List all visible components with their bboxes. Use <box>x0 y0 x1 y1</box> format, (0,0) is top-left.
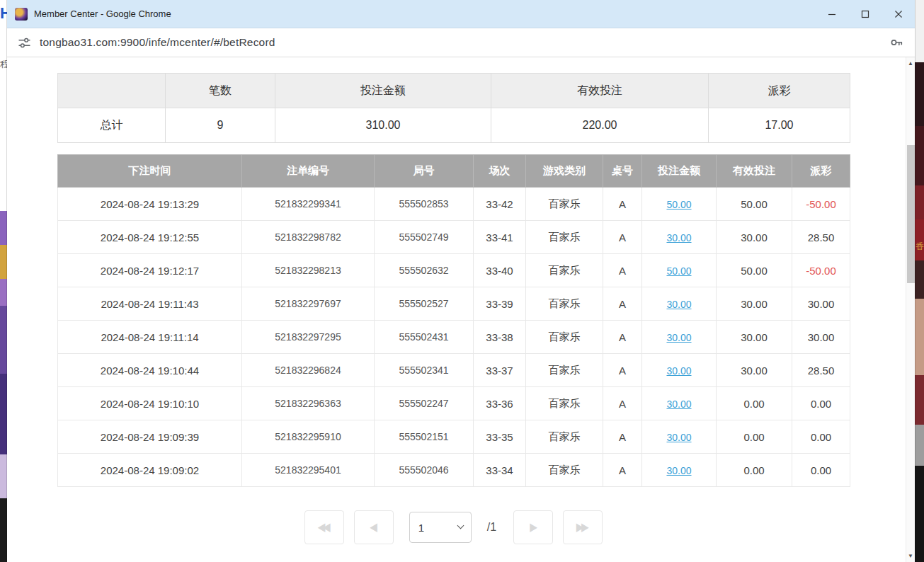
next-page-button[interactable]: ▶ <box>513 510 553 544</box>
bet-amount-link[interactable]: 50.00 <box>666 199 691 210</box>
maximize-button[interactable] <box>848 0 882 28</box>
bet-amount-cell: 50.00 <box>642 188 717 221</box>
order-no-cell: 521832295910 <box>242 420 375 454</box>
payout-cell: 0.00 <box>792 454 850 487</box>
bet-time-cell: 2024-08-24 19:12:55 <box>58 221 242 254</box>
session-cell: 33-39 <box>474 287 526 321</box>
table-no-cell: A <box>603 287 642 321</box>
close-icon <box>894 10 903 18</box>
valid-bet-cell: 30.00 <box>717 221 792 254</box>
summary-count-value: 9 <box>166 108 275 143</box>
game-type-cell: 百家乐 <box>526 188 603 221</box>
scrollbar-thumb[interactable] <box>907 145 915 283</box>
round-no-cell: 555502632 <box>375 254 474 287</box>
session-cell: 33-38 <box>474 321 526 354</box>
bet-amount-cell: 30.00 <box>642 287 717 321</box>
bet-time-cell: 2024-08-24 19:12:17 <box>58 254 242 287</box>
address-bar[interactable]: tongbao31.com:9900/infe/mcenter/#/betRec… <box>7 28 915 57</box>
bet-amount-link[interactable]: 30.00 <box>666 365 691 377</box>
payout-cell: 30.00 <box>792 287 850 321</box>
valid-bet-cell: 30.00 <box>717 321 792 354</box>
bet-amount-cell: 30.00 <box>642 354 717 387</box>
background-partial-letter: H <box>0 4 7 23</box>
round-no-cell: 555502853 <box>375 188 474 221</box>
right-arrow-icon: ▶ <box>530 521 537 534</box>
table-no-cell: A <box>603 387 642 420</box>
order-no-cell: 521832297697 <box>242 287 375 321</box>
window-title: Member Center - Google Chrome <box>34 8 815 19</box>
bet-time-cell: 2024-08-24 19:10:10 <box>58 387 242 420</box>
order-no-cell: 521832296363 <box>242 387 375 420</box>
session-cell: 33-35 <box>474 420 526 454</box>
summary-header-valid-bet: 有效投注 <box>491 74 709 108</box>
page-content: 笔数 投注金额 有效投注 派彩 总计 9 310.00 220.00 17.00 <box>7 57 915 562</box>
last-page-button[interactable]: ▶▶ <box>563 510 603 544</box>
bet-amount-link[interactable]: 30.00 <box>666 232 691 243</box>
round-no-cell: 555502431 <box>375 321 474 354</box>
valid-bet-cell: 50.00 <box>717 188 792 221</box>
left-arrow-icon: ◀ <box>370 521 378 534</box>
payout-cell: 28.50 <box>792 221 850 254</box>
prev-page-button[interactable]: ◀ <box>354 510 394 544</box>
bet-amount-cell: 30.00 <box>642 221 717 254</box>
game-type-cell: 百家乐 <box>526 420 603 454</box>
round-no-cell: 555502046 <box>375 454 474 487</box>
bet-amount-link[interactable]: 30.00 <box>666 332 691 343</box>
scroll-down-arrow-icon[interactable]: ▼ <box>906 551 915 561</box>
pagination: ◀◀ ◀ 1 /1 ▶ ▶▶ <box>57 510 850 544</box>
table-row: 2024-08-24 19:11:43 521832297697 5555025… <box>58 287 850 321</box>
summary-header-blank <box>58 74 166 108</box>
bet-amount-link[interactable]: 30.00 <box>666 398 691 410</box>
page-select[interactable]: 1 <box>409 512 472 543</box>
bet-amount-link[interactable]: 30.00 <box>666 299 691 310</box>
col-header-table-no: 桌号 <box>603 155 642 188</box>
table-no-cell: A <box>603 321 642 354</box>
bet-amount-cell: 30.00 <box>642 321 717 354</box>
game-type-cell: 百家乐 <box>526 321 603 354</box>
window-titlebar[interactable]: Member Center - Google Chrome <box>7 0 915 28</box>
url-text[interactable]: tongbao31.com:9900/infe/mcenter/#/betRec… <box>40 36 880 49</box>
bet-amount-link[interactable]: 50.00 <box>666 265 691 277</box>
session-cell: 33-36 <box>474 387 526 420</box>
password-key-icon[interactable] <box>889 35 903 50</box>
summary-header-row: 笔数 投注金额 有效投注 派彩 <box>58 74 850 108</box>
summary-bet-amount-value: 310.00 <box>275 108 491 143</box>
table-no-cell: A <box>603 454 642 487</box>
background-partial-text: 程 <box>0 58 7 71</box>
valid-bet-cell: 0.00 <box>717 387 792 420</box>
minimize-icon <box>828 10 836 18</box>
table-row: 2024-08-24 19:09:02 521832295401 5555020… <box>58 454 850 487</box>
bet-amount-cell: 50.00 <box>642 254 717 287</box>
col-header-order-no: 注单编号 <box>242 155 375 188</box>
game-type-cell: 百家乐 <box>526 354 603 387</box>
close-button[interactable] <box>882 0 915 28</box>
bet-time-cell: 2024-08-24 19:11:43 <box>58 287 242 321</box>
table-row: 2024-08-24 19:12:55 521832298782 5555027… <box>58 221 850 254</box>
bet-time-cell: 2024-08-24 19:13:29 <box>58 188 242 221</box>
order-no-cell: 521832298782 <box>242 221 375 254</box>
col-header-valid-bet: 有效投注 <box>717 155 792 188</box>
vertical-scrollbar[interactable]: ▲ ▼ <box>906 57 915 562</box>
session-cell: 33-40 <box>474 254 526 287</box>
payout-cell: -50.00 <box>792 254 850 287</box>
minimize-button[interactable] <box>815 0 848 28</box>
bet-amount-link[interactable]: 30.00 <box>666 432 691 443</box>
bet-amount-link[interactable]: 30.00 <box>666 465 691 476</box>
table-no-cell: A <box>603 420 642 454</box>
scroll-up-arrow-icon[interactable]: ▲ <box>906 58 915 69</box>
col-header-session: 场次 <box>474 155 526 188</box>
col-header-bet-time: 下注时间 <box>58 155 242 188</box>
first-page-button[interactable]: ◀◀ <box>304 510 344 544</box>
page-total-label: /1 <box>487 521 496 534</box>
game-type-cell: 百家乐 <box>526 454 603 487</box>
table-no-cell: A <box>603 188 642 221</box>
col-header-game-type: 游戏类别 <box>526 155 603 188</box>
summary-table: 笔数 投注金额 有效投注 派彩 总计 9 310.00 220.00 17.00 <box>57 73 850 143</box>
desktop-background-left: H 程 <box>0 0 7 562</box>
order-no-cell: 521832297295 <box>242 321 375 354</box>
round-no-cell: 555502151 <box>375 420 474 454</box>
page-select-wrapper: 1 <box>409 512 472 543</box>
double-left-arrow-icon: ◀◀ <box>318 521 331 534</box>
bet-time-cell: 2024-08-24 19:09:39 <box>58 420 242 454</box>
site-settings-icon[interactable] <box>18 37 30 49</box>
